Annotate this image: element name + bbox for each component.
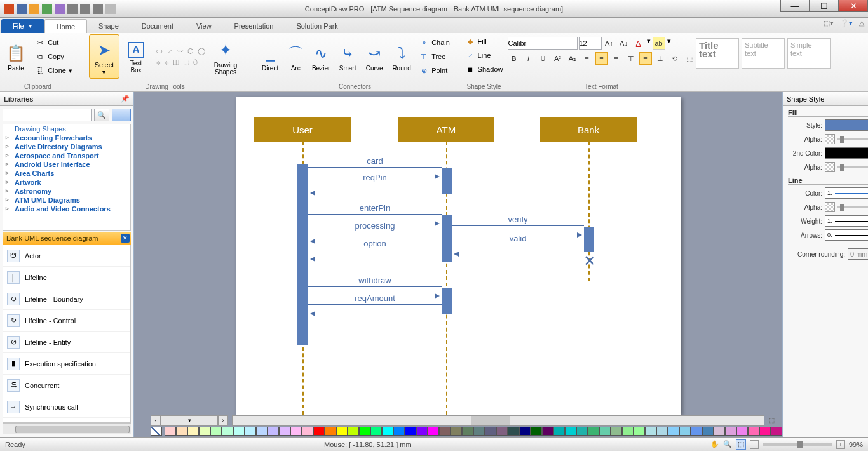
zoom-tool-icon[interactable]: 🔍 [723, 440, 732, 448]
message-reqamount[interactable]: reqAmount [308, 295, 442, 307]
color-swatch[interactable] [439, 427, 451, 436]
execution-atm[interactable] [442, 168, 452, 194]
color-swatch[interactable] [496, 427, 508, 436]
color-swatch[interactable] [725, 427, 736, 436]
message-reqpin[interactable]: reqPin [308, 175, 442, 186]
zoom-in-button[interactable]: + [836, 440, 845, 449]
lifeline-user[interactable]: User [254, 117, 351, 142]
diagram-page[interactable]: User ATM Bank ✕ card [236, 97, 681, 415]
color-swatch[interactable] [519, 427, 531, 436]
qat-icon[interactable] [80, 4, 90, 14]
help-icon[interactable]: ❔▾ [840, 19, 853, 27]
second-color-dropdown[interactable]: ▼ [825, 147, 868, 159]
zoom-slider[interactable] [763, 443, 832, 446]
page-prev-button[interactable]: ‹ [151, 415, 161, 426]
qat-icon[interactable] [55, 4, 65, 14]
color-swatch[interactable] [691, 427, 702, 436]
lifeline-bank[interactable]: Bank [540, 117, 637, 142]
tab-presentation[interactable]: Presentation [223, 19, 285, 33]
color-swatch[interactable] [668, 427, 679, 436]
canvas-options-icon[interactable]: ⬚ [768, 416, 775, 424]
tree-item[interactable]: Active Directory Diagrams [3, 142, 130, 151]
lifeline-atm[interactable]: ATM [398, 117, 494, 142]
color-swatch[interactable] [233, 427, 245, 436]
color-swatch[interactable] [348, 427, 359, 436]
copy-button[interactable]: ⧉Copy [32, 50, 75, 64]
search-button[interactable]: 🔍 [94, 109, 109, 121]
tab-document[interactable]: Document [130, 19, 185, 33]
color-swatch[interactable] [611, 427, 622, 436]
align-top-icon[interactable]: ⊤ [625, 52, 637, 65]
shape-item-sync-call[interactable]: →Synchronous call [3, 396, 130, 418]
qat-icon[interactable] [67, 4, 78, 14]
shadow-button[interactable]: ◼Shadow [463, 62, 506, 76]
tree-item[interactable]: Drawing Shapes [3, 124, 130, 133]
chain-button[interactable]: ⚬Chain [416, 36, 452, 50]
tool-icon[interactable]: ◫ [173, 58, 179, 66]
second-alpha-slider[interactable] [837, 161, 868, 173]
tree-item[interactable]: Audio and Video Connectors [3, 205, 130, 213]
font-size-combo[interactable] [579, 37, 602, 50]
tool-icon[interactable]: ⬯ [193, 58, 198, 66]
color-swatch[interactable] [565, 427, 576, 436]
line-weight-dropdown[interactable]: 1:▼ [825, 215, 868, 227]
superscript-button[interactable]: A² [552, 52, 564, 65]
zoom-out-button[interactable]: − [750, 440, 759, 449]
color-swatch[interactable] [405, 427, 416, 436]
color-swatch[interactable] [393, 427, 405, 436]
tree-item[interactable]: Astronomy [3, 187, 130, 196]
cut-button[interactable]: ✂Cut [32, 36, 75, 50]
color-swatch[interactable] [599, 427, 611, 436]
tool-icon[interactable]: 〰 [177, 48, 184, 55]
color-swatch[interactable] [279, 427, 290, 436]
color-swatch[interactable] [714, 427, 725, 436]
color-swatch[interactable] [588, 427, 599, 436]
scrollbar-thumb[interactable] [471, 416, 510, 425]
highlight-icon[interactable]: ab [653, 37, 665, 50]
tree-item[interactable]: Aerospace and Transport [3, 151, 130, 160]
tool-icon[interactable]: ⟋ [166, 48, 173, 55]
shape-item-lifeline-boundary[interactable]: ⊖Lifeline - Boundary [3, 288, 130, 310]
pin-icon[interactable]: 📌 [121, 95, 130, 103]
color-swatch[interactable] [256, 427, 268, 436]
shape-item-lifeline-control[interactable]: ↻Lifeline - Control [3, 310, 130, 332]
grow-font-icon[interactable]: A↑ [603, 37, 616, 50]
italic-button[interactable]: I [522, 52, 535, 65]
paste-button[interactable]: 📋 Paste [1, 34, 31, 79]
color-swatch[interactable] [759, 427, 771, 436]
color-swatch[interactable] [531, 427, 542, 436]
close-button[interactable]: ✕ [839, 0, 868, 12]
execution-atm[interactable] [442, 215, 452, 262]
tree-item[interactable]: Accounting Flowcharts [3, 133, 130, 142]
color-swatch[interactable] [210, 427, 222, 436]
tool-icon[interactable]: ◯ [198, 47, 205, 55]
color-swatch[interactable] [645, 427, 656, 436]
execution-user[interactable] [297, 164, 308, 345]
color-swatch[interactable] [622, 427, 634, 436]
library-section-header[interactable]: Bank UML sequence diagram ✕ [3, 232, 131, 245]
color-swatch[interactable] [553, 427, 565, 436]
page-tab[interactable]: ▾ [161, 415, 218, 426]
color-swatch[interactable] [451, 427, 462, 436]
color-swatch[interactable] [656, 427, 668, 436]
message-enterpin[interactable]: enterPin [308, 205, 442, 217]
color-swatch[interactable] [428, 427, 439, 436]
color-swatch[interactable] [325, 427, 336, 436]
fill-style-dropdown[interactable]: ▼ [825, 119, 868, 131]
curve-button[interactable]: ⤻Curve [362, 34, 387, 79]
hand-tool-icon[interactable]: ✋ [710, 440, 719, 448]
color-swatch[interactable] [187, 427, 199, 436]
collapse-ribbon-icon[interactable]: △ [859, 19, 864, 27]
drawing-shapes-button[interactable]: ✦ Drawing Shapes [210, 34, 241, 79]
color-swatch[interactable] [222, 427, 233, 436]
smart-button[interactable]: ⤷Smart [335, 34, 360, 79]
color-swatch[interactable] [370, 427, 382, 436]
subscript-button[interactable]: A₂ [566, 52, 579, 65]
tool-icon[interactable]: ⟐ [165, 58, 169, 66]
message-verify[interactable]: verify [452, 217, 584, 228]
qat-save-icon[interactable] [17, 4, 27, 14]
subtitle-text-template[interactable]: Subtitle text [742, 38, 785, 69]
color-swatch[interactable] [176, 427, 187, 436]
search-input[interactable] [3, 109, 92, 121]
message-card[interactable]: card [308, 158, 442, 170]
